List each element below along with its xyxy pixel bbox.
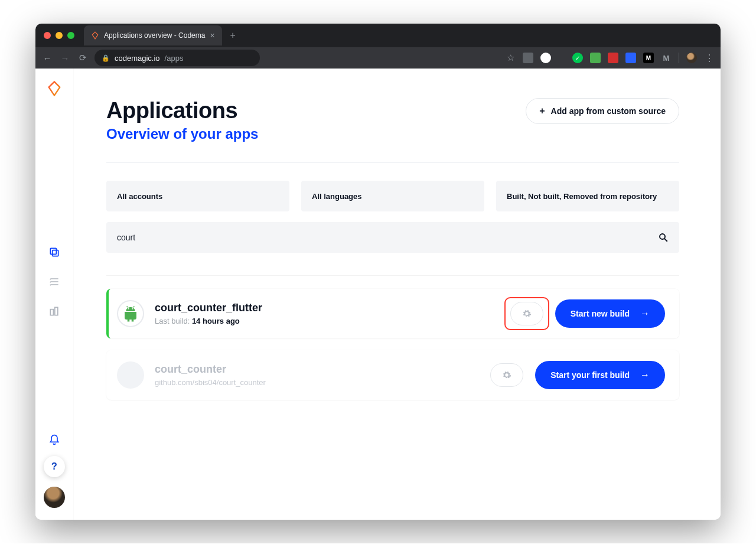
filter-account[interactable]: All accounts [106, 181, 289, 211]
app-sub-label: Last build: [155, 317, 190, 325]
lock-icon: 🔒 [102, 54, 110, 62]
extensions-row: ☆ ✓ M M ⋮ [505, 53, 715, 63]
profile-avatar[interactable] [686, 53, 697, 63]
reload-button[interactable]: ⟳ [77, 53, 89, 63]
app-name: court_counter [155, 363, 490, 376]
sidebar-teams-icon[interactable] [48, 305, 61, 318]
settings-button[interactable] [490, 363, 523, 387]
svg-rect-1 [53, 250, 58, 256]
filter-status[interactable]: Built, Not built, Removed from repositor… [496, 181, 679, 211]
android-icon [117, 300, 144, 327]
user-avatar[interactable] [44, 487, 65, 508]
extension-icon[interactable] [625, 53, 636, 63]
help-button[interactable]: ? [44, 456, 65, 477]
close-window-button[interactable] [44, 32, 51, 39]
extension-icon[interactable] [540, 53, 551, 63]
main-content: Applications Overview of your apps + Add… [73, 69, 721, 520]
sidebar-builds-icon[interactable] [48, 275, 61, 288]
page-subtitle: Overview of your apps [106, 126, 258, 142]
start-build-button[interactable]: Start your first build → [535, 361, 665, 389]
app-sub-label: github.com/sbis04/court_counter [155, 378, 266, 387]
app-sidebar: ? [35, 69, 73, 520]
app-sub-value: 14 hours ago [192, 317, 240, 325]
filter-language[interactable]: All languages [301, 181, 484, 211]
url-host: codemagic.io [115, 54, 160, 63]
notifications-icon[interactable] [48, 434, 61, 447]
browser-toolbar: ← → ⟳ 🔒 codemagic.io/apps ☆ ✓ M M ⋮ [35, 47, 721, 69]
app-card[interactable]: court_counter github.com/sbis04/court_co… [106, 350, 679, 400]
svg-point-6 [128, 308, 129, 309]
window-controls [44, 32, 74, 39]
bookmark-icon[interactable]: ☆ [505, 53, 516, 63]
gear-icon [502, 370, 511, 380]
tab-title: Applications overview - Codema [104, 31, 205, 40]
browser-tab-bar: Applications overview - Codema × + [35, 24, 721, 47]
add-app-button[interactable]: + Add app from custom source [526, 98, 679, 124]
maximize-window-button[interactable] [67, 32, 74, 39]
search-input[interactable] [117, 233, 658, 242]
forward-button[interactable]: → [59, 53, 71, 63]
start-build-button[interactable]: Start new build → [555, 299, 665, 328]
svg-line-5 [664, 239, 667, 242]
close-tab-icon[interactable]: × [210, 31, 214, 40]
extension-icon[interactable] [608, 53, 618, 63]
search-row [106, 222, 679, 253]
search-icon[interactable] [658, 232, 669, 243]
page-title: Applications [106, 98, 258, 123]
svg-point-4 [660, 234, 665, 239]
sidebar-apps-icon[interactable] [48, 246, 61, 259]
settings-button[interactable] [510, 302, 543, 325]
arrow-right-icon: → [640, 370, 650, 380]
svg-point-7 [132, 308, 133, 309]
plus-icon: + [539, 106, 545, 116]
new-tab-button[interactable]: + [230, 30, 236, 41]
extension-icon[interactable] [590, 53, 601, 63]
address-bar[interactable]: 🔒 codemagic.io/apps [94, 50, 260, 66]
extension-icon[interactable]: M [643, 53, 654, 63]
browser-menu-icon[interactable]: ⋮ [704, 53, 715, 63]
divider [106, 162, 679, 163]
svg-rect-3 [55, 307, 58, 315]
arrow-right-icon: → [640, 308, 650, 319]
divider [106, 275, 679, 276]
extension-icon[interactable]: ✓ [572, 53, 583, 63]
codemagic-logo[interactable] [46, 80, 63, 97]
app-card[interactable]: court_counter_flutter Last build: 14 hou… [106, 289, 679, 338]
extension-icon[interactable]: M [661, 53, 672, 63]
gear-icon [522, 309, 532, 318]
back-button[interactable]: ← [41, 53, 53, 63]
app-name: court_counter_flutter [155, 302, 510, 314]
url-path: /apps [165, 54, 184, 63]
svg-rect-2 [50, 309, 53, 315]
browser-tab[interactable]: Applications overview - Codema × [84, 25, 222, 45]
codemagic-favicon [91, 31, 99, 40]
minimize-window-button[interactable] [56, 32, 63, 39]
extension-icon[interactable] [523, 53, 533, 63]
svg-rect-0 [50, 248, 56, 254]
app-icon-placeholder [117, 361, 144, 389]
